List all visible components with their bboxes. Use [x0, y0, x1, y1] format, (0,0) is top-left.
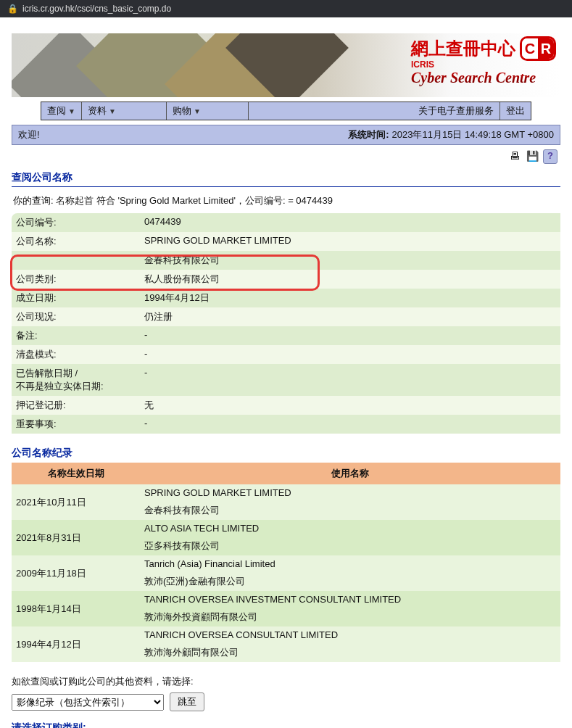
history-name-cn: 敦沛(亞洲)金融有限公司 [140, 572, 560, 591]
value-remarks: - [140, 326, 560, 345]
label-events: 重要事项: [12, 415, 140, 434]
row-inc-date: 成立日期: 1994年4月12日 [12, 289, 560, 307]
history-row: 1998年1月14日TANRICH OVERSEA INVESTMENT CON… [12, 591, 560, 608]
lock-icon: 🔒 [7, 4, 18, 14]
value-dissolved: - [140, 364, 560, 396]
history-date: 1998年1月14日 [12, 591, 140, 626]
cr-logo: CR [520, 36, 556, 61]
value-inc-date: 1994年4月12日 [140, 289, 560, 307]
row-type: 公司类别: 私人股份有限公司 [12, 270, 560, 289]
history-date: 2021年10月11日 [12, 484, 140, 520]
value-winding: - [140, 345, 560, 364]
order-category-title: 请选择订购类别: [12, 721, 560, 728]
label-status: 公司现况: [12, 307, 140, 326]
menu-cart-label: 购物 [173, 104, 191, 117]
name-history-title: 公司名称纪录 [12, 447, 560, 460]
system-time-value: 2023年11月15日 14:49:18 GMT +0800 [392, 128, 554, 141]
menu-logout[interactable]: 登出 [500, 102, 531, 120]
row-charges: 押记登记册: 无 [12, 396, 560, 415]
history-row: 2021年8月31日ALTO ASIA TECH LIMITED [12, 520, 560, 537]
chevron-down-icon: ▼ [194, 107, 201, 115]
row-winding: 清盘模式: - [12, 345, 560, 364]
menu-logout-label: 登出 [506, 104, 525, 117]
goto-button[interactable]: 跳至 [170, 692, 204, 711]
value-events: - [140, 415, 560, 434]
company-info-table: 公司编号: 0474439 公司名称: SPRING GOLD MARKET L… [12, 213, 560, 434]
label-cr-no: 公司编号: [12, 213, 140, 232]
history-name-en: TANRICH OVERSEA INVESTMENT CONSULTANT LI… [140, 591, 560, 608]
row-events: 重要事项: - [12, 415, 560, 434]
history-name-en: ALTO ASIA TECH LIMITED [140, 520, 560, 537]
url-text: icris.cr.gov.hk/csci/cns_basic_comp.do [22, 4, 171, 14]
banner-icris: ICRIS [411, 59, 556, 70]
welcome-text: 欢迎! [18, 128, 40, 141]
history-name-cn: 敦沛海外顧問有限公司 [140, 643, 560, 662]
main-menu: 查阅 ▼ 资料 ▼ 购物 ▼ 关于电子查册服务 登出 [41, 102, 531, 120]
save-icon[interactable]: 💾 [526, 149, 539, 162]
col-effective-date: 名称生效日期 [12, 463, 140, 484]
value-name-cn: 金春科技有限公司 [140, 251, 560, 270]
menu-resources-label: 资料 [88, 104, 107, 117]
col-used-name: 使用名称 [140, 463, 560, 484]
chevron-down-icon: ▼ [109, 107, 116, 115]
row-remarks: 备注: - [12, 326, 560, 345]
row-status: 公司现况: 仍注册 [12, 307, 560, 326]
menu-search-label: 查阅 [47, 104, 66, 117]
system-time-label: 系统时间: [348, 128, 389, 141]
row-cr-no: 公司编号: 0474439 [12, 213, 560, 232]
menu-about-label: 关于电子查册服务 [418, 104, 494, 117]
row-name-en: 公司名称: SPRING GOLD MARKET LIMITED [12, 232, 560, 251]
menu-about[interactable]: 关于电子查册服务 [413, 102, 500, 120]
row-name-cn: 金春科技有限公司 [12, 251, 560, 270]
label-winding: 清盘模式: [12, 345, 140, 364]
label-dissolved: 已告解散日期 / 不再是独立实体日期: [12, 364, 140, 396]
print-icon[interactable]: 🖶 [508, 149, 521, 162]
value-name-en: SPRING GOLD MARKET LIMITED [140, 232, 560, 251]
browser-address-bar: 🔒 icris.cr.gov.hk/csci/cns_basic_comp.do [0, 0, 572, 17]
history-row: 1994年4月12日TANRICH OVERSEA CONSULTANT LIM… [12, 626, 560, 643]
status-bar: 欢迎! 系统时间: 2023年11月15日 14:49:18 GMT +0800 [12, 125, 560, 145]
order-prompt: 如欲查阅或订购此公司的其他资料，请选择: [12, 675, 560, 688]
name-history-table: 名称生效日期 使用名称 2021年10月11日SPRING GOLD MARKE… [12, 463, 560, 662]
value-cr-no: 0474439 [140, 213, 560, 232]
history-name-cn: 金春科技有限公司 [140, 501, 560, 520]
menu-resources[interactable]: 资料 ▼ [82, 102, 167, 120]
history-name-cn: 亞多科技有限公司 [140, 537, 560, 555]
site-banner: 網上查冊中心 CR ICRIS Cyber Search Centre [12, 33, 560, 97]
history-row: 2009年11月18日Tanrich (Asia) Financial Limi… [12, 555, 560, 572]
page-title: 查阅公司名称 [12, 171, 560, 187]
chevron-down-icon: ▼ [68, 107, 75, 115]
banner-title-cn: 網上查冊中心 [411, 37, 515, 60]
label-remarks: 备注: [12, 326, 140, 345]
menu-cart[interactable]: 购物 ▼ [167, 102, 249, 120]
history-date: 1994年4月12日 [12, 626, 140, 662]
label-type: 公司类别: [12, 270, 140, 289]
label-name: 公司名称: [12, 232, 140, 251]
history-date: 2021年8月31日 [12, 520, 140, 555]
history-name-en: TANRICH OVERSEA CONSULTANT LIMITED [140, 626, 560, 643]
label-inc-date: 成立日期: [12, 289, 140, 307]
query-summary: 你的查询: 名称起首 符合 'Spring Gold Market Limite… [13, 194, 560, 207]
banner-tagline: Cyber Search Centre [411, 70, 556, 86]
history-name-cn: 敦沛海外投資顧問有限公司 [140, 608, 560, 626]
history-date: 2009年11月18日 [12, 555, 140, 591]
order-select[interactable]: 影像纪录（包括文件索引） [12, 694, 164, 711]
help-icon[interactable]: ? [543, 149, 558, 164]
value-charges: 无 [140, 396, 560, 415]
util-icons: 🖶 💾 ? [12, 145, 560, 167]
history-name-en: Tanrich (Asia) Financial Limited [140, 555, 560, 572]
label-charges: 押记登记册: [12, 396, 140, 415]
history-name-en: SPRING GOLD MARKET LIMITED [140, 484, 560, 501]
history-row: 2021年10月11日SPRING GOLD MARKET LIMITED [12, 484, 560, 501]
menu-search[interactable]: 查阅 ▼ [41, 102, 82, 120]
value-status: 仍注册 [140, 307, 560, 326]
row-dissolved: 已告解散日期 / 不再是独立实体日期: - [12, 364, 560, 396]
value-type: 私人股份有限公司 [140, 270, 560, 289]
